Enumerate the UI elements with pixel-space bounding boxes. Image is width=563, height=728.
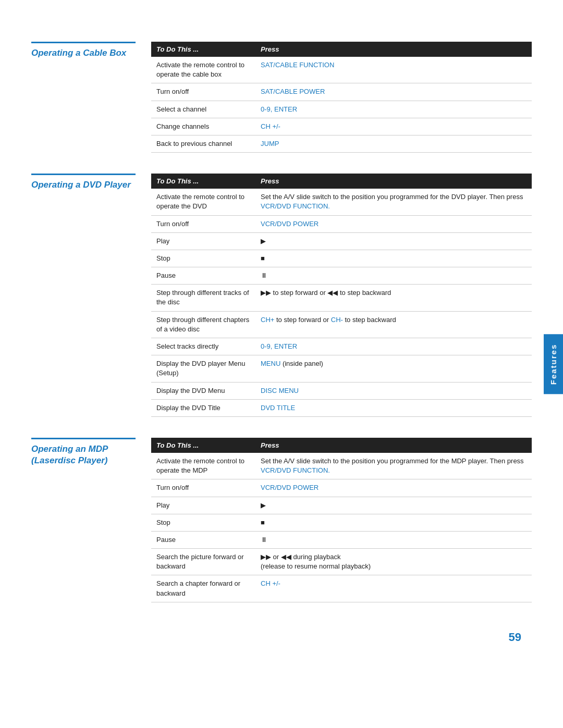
press-cell: CH+ to step forward or CH- to step backw… [255, 311, 532, 338]
table-cable-box: To Do This ...PressActivate the remote c… [151, 42, 532, 153]
todo-cell: Back to previous channel [151, 135, 255, 152]
table-row: Turn on/offVCR/DVD POWER [151, 479, 532, 497]
table-row: Select tracks directly0-9, ENTER [151, 338, 532, 355]
todo-cell: Select tracks directly [151, 338, 255, 355]
table-row: Activate the remote control to operate t… [151, 189, 532, 215]
section-dvd-player: Operating a DVD PlayerTo Do This ...Pres… [31, 174, 532, 417]
press-cell: Set the A/V slide switch to the position… [255, 453, 532, 479]
table-row: Select a channel0-9, ENTER [151, 101, 532, 118]
todo-cell: Display the DVD player Menu (Setup) [151, 355, 255, 382]
table-row: Back to previous channelJUMP [151, 135, 532, 152]
press-cell: ■ [255, 250, 532, 267]
todo-cell: Pause [151, 531, 255, 548]
press-cell: ▶ [255, 497, 532, 514]
table-row: Change channelsCH +/- [151, 118, 532, 135]
todo-cell: Play [151, 497, 255, 514]
press-cell: CH +/- [255, 575, 532, 602]
section-title-mdp-player: Operating an MDP (Laserdisc Player) [31, 438, 136, 466]
sidebar-label: Features [549, 343, 558, 385]
table-row: Pause⏸ [151, 531, 532, 548]
press-cell: MENU (inside panel) [255, 355, 532, 382]
press-cell: Set the A/V slide switch to the position… [255, 189, 532, 215]
table-row: Search the picture forward or backward▶▶… [151, 549, 532, 575]
todo-cell: Search a chapter forward or backward [151, 575, 255, 602]
todo-cell: Step through different chapters of a vid… [151, 311, 255, 338]
press-cell: ■ [255, 514, 532, 531]
todo-cell: Stop [151, 514, 255, 531]
press-cell: 0-9, ENTER [255, 338, 532, 355]
press-cell: ⏸ [255, 531, 532, 548]
todo-cell: Turn on/off [151, 215, 255, 232]
table-row: Display the DVD MenuDISC MENU [151, 382, 532, 399]
todo-cell: Search the picture forward or backward [151, 549, 255, 575]
table-col-mdp-player: To Do This ...PressActivate the remote c… [151, 438, 532, 602]
table-mdp-player: To Do This ...PressActivate the remote c… [151, 438, 532, 602]
todo-cell: Play [151, 232, 255, 250]
press-cell: DVD TITLE [255, 399, 532, 416]
press-cell: VCR/DVD POWER [255, 479, 532, 497]
press-cell: DISC MENU [255, 382, 532, 399]
todo-cell: Activate the remote control to operate t… [151, 453, 255, 479]
table-row: Display the DVD player Menu (Setup)MENU … [151, 355, 532, 382]
press-cell: VCR/DVD POWER [255, 215, 532, 232]
col-header-press: Press [255, 42, 532, 57]
table-header-row: To Do This ...Press [151, 42, 532, 57]
col-header-press: Press [255, 438, 532, 453]
table-dvd-player: To Do This ...PressActivate the remote c… [151, 174, 532, 417]
table-row: Pause⏸ [151, 267, 532, 285]
col-header-todo: To Do This ... [151, 438, 255, 453]
table-header-row: To Do This ...Press [151, 438, 532, 453]
todo-cell: Turn on/off [151, 479, 255, 497]
press-cell: ▶ [255, 232, 532, 250]
table-col-dvd-player: To Do This ...PressActivate the remote c… [151, 174, 532, 417]
press-cell: ⏸ [255, 267, 532, 285]
todo-cell: Pause [151, 267, 255, 285]
page-number: 59 [509, 631, 521, 644]
press-cell: SAT/CABLE POWER [255, 83, 532, 101]
press-cell: ▶▶ or ◀◀ during playback(release to resu… [255, 549, 532, 575]
press-cell: JUMP [255, 135, 532, 152]
todo-cell: Turn on/off [151, 83, 255, 101]
table-row: Play▶ [151, 232, 532, 250]
table-row: Stop■ [151, 250, 532, 267]
todo-cell: Display the DVD Title [151, 399, 255, 416]
todo-cell: Step through different tracks of the dis… [151, 285, 255, 311]
section-title-col-cable-box: Operating a Cable Box [31, 42, 136, 153]
press-cell: 0-9, ENTER [255, 101, 532, 118]
col-header-todo: To Do This ... [151, 42, 255, 57]
col-header-press: Press [255, 174, 532, 189]
section-cable-box: Operating a Cable BoxTo Do This ...Press… [31, 42, 532, 153]
col-header-todo: To Do This ... [151, 174, 255, 189]
todo-cell: Activate the remote control to operate t… [151, 57, 255, 83]
table-row: Activate the remote control to operate t… [151, 453, 532, 479]
table-row: Stop■ [151, 514, 532, 531]
press-cell: SAT/CABLE FUNCTION [255, 57, 532, 83]
table-col-cable-box: To Do This ...PressActivate the remote c… [151, 42, 532, 153]
table-row: Turn on/offSAT/CABLE POWER [151, 83, 532, 101]
section-title-col-dvd-player: Operating a DVD Player [31, 174, 136, 417]
table-row: Activate the remote control to operate t… [151, 57, 532, 83]
table-row: Play▶ [151, 497, 532, 514]
sidebar-features-tab: Features [544, 334, 563, 394]
page: Features Operating a Cable BoxTo Do This… [0, 0, 563, 665]
table-row: Search a chapter forward or backwardCH +… [151, 575, 532, 602]
press-cell: CH +/- [255, 118, 532, 135]
todo-cell: Select a channel [151, 101, 255, 118]
press-cell: ▶▶ to step forward or ◀◀ to step backwar… [255, 285, 532, 311]
table-row: Step through different chapters of a vid… [151, 311, 532, 338]
table-header-row: To Do This ...Press [151, 174, 532, 189]
todo-cell: Stop [151, 250, 255, 267]
section-title-col-mdp-player: Operating an MDP (Laserdisc Player) [31, 438, 136, 602]
section-mdp-player: Operating an MDP (Laserdisc Player)To Do… [31, 438, 532, 602]
todo-cell: Change channels [151, 118, 255, 135]
table-row: Step through different tracks of the dis… [151, 285, 532, 311]
table-row: Display the DVD TitleDVD TITLE [151, 399, 532, 416]
section-title-dvd-player: Operating a DVD Player [31, 174, 136, 191]
todo-cell: Activate the remote control to operate t… [151, 189, 255, 215]
sections-container: Operating a Cable BoxTo Do This ...Press… [31, 42, 532, 602]
section-title-cable-box: Operating a Cable Box [31, 42, 136, 59]
table-row: Turn on/offVCR/DVD POWER [151, 215, 532, 232]
todo-cell: Display the DVD Menu [151, 382, 255, 399]
